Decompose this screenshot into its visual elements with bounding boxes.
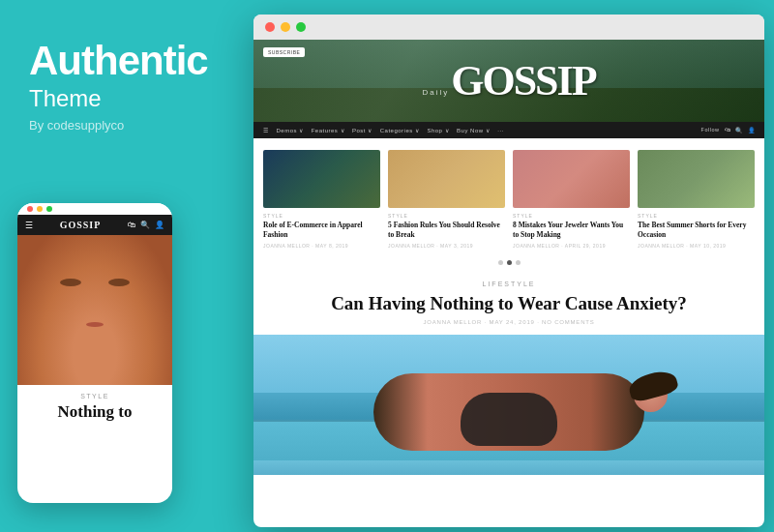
article-2-style: STYLE xyxy=(388,213,505,219)
mobile-bag-icon: 🛍 xyxy=(128,221,135,229)
article-2-meta: JOANNA MELLOR · MAY 3, 2019 xyxy=(388,243,505,249)
mobile-top-bar xyxy=(17,203,172,215)
featured-date: MAY 24, 2019 xyxy=(490,319,535,325)
article-thumb-3 xyxy=(513,150,630,208)
subscribe-button[interactable]: SUBSCRIBE xyxy=(263,47,305,57)
page-dot-1[interactable] xyxy=(498,260,503,265)
pool-tiles xyxy=(253,460,764,475)
mobile-nav-icons: 🛍 🔍 👤 xyxy=(128,221,164,229)
brand-by: By codesupplyco xyxy=(29,118,218,133)
browser-chrome xyxy=(253,15,764,40)
website-nav: ☰ Demos ∨ Features ∨ Post ∨ Categories ∨… xyxy=(253,122,764,138)
browser-dot-yellow xyxy=(281,22,290,32)
website-logo-area: SUBSCRIBE Daily GOSSIP xyxy=(253,40,764,122)
featured-category: LIFESTYLE xyxy=(273,281,745,287)
featured-title: Can Having Nothing to Wear Cause Anxiety… xyxy=(273,293,745,315)
nav-menu-icon: ☰ xyxy=(263,127,269,133)
brand-title: Authentic xyxy=(29,39,218,83)
article-3-style: STYLE xyxy=(513,213,630,219)
page-dot-3[interactable] xyxy=(516,260,521,265)
mobile-mockup: ☰ GOSSIP 🛍 🔍 👤 STYLE Nothing to xyxy=(17,203,172,503)
mobile-face-graphic xyxy=(17,235,172,385)
featured-author: JOANNA MELLOR xyxy=(423,319,482,325)
article-thumb-2 xyxy=(388,150,505,208)
article-card-3: STYLE 8 Mistakes Your Jeweler Wants You … xyxy=(513,150,630,249)
featured-swimsuit xyxy=(461,393,557,446)
article-3-meta: JOANNA MELLOR · APRIL 29, 2019 xyxy=(513,243,630,249)
article-1-meta: JOANNA MELLOR · MAY 8, 2019 xyxy=(263,243,380,249)
nav-demos[interactable]: Demos ∨ xyxy=(277,127,304,133)
article-4-meta: JOANNA MELLOR · MAY 10, 2019 xyxy=(638,243,755,249)
website-header: SUBSCRIBE Daily GOSSIP xyxy=(253,40,764,122)
article-3-title: 8 Mistakes Your Jeweler Wants You to Sto… xyxy=(513,221,630,240)
featured-section: LIFESTYLE Can Having Nothing to Wear Cau… xyxy=(253,273,764,336)
mobile-user-icon: 👤 xyxy=(155,221,164,229)
browser-dot-green xyxy=(296,22,306,32)
browser-window: SUBSCRIBE Daily GOSSIP ☰ Demos ∨ Feature… xyxy=(253,15,764,527)
nav-more: ··· xyxy=(497,128,504,133)
article-thumb-4 xyxy=(638,150,755,208)
nav-user-icon: 👤 xyxy=(748,127,756,133)
mobile-article-title: Nothing to xyxy=(27,402,163,422)
left-panel: Authentic Theme By codesupplyco ☰ GOSSIP… xyxy=(0,0,247,532)
article-1-title: Role of E-Commerce in Apparel Fashion xyxy=(263,221,380,240)
article-card-2: STYLE 5 Fashion Rules You Should Resolve… xyxy=(388,150,505,249)
nav-categories[interactable]: Categories ∨ xyxy=(380,127,420,133)
mobile-content-area: STYLE Nothing to xyxy=(17,385,172,429)
featured-comments: NO COMMENTS xyxy=(542,319,594,325)
mobile-search-icon: 🔍 xyxy=(140,221,150,229)
pagination-dots xyxy=(253,256,764,273)
mobile-style-tag: STYLE xyxy=(27,393,163,399)
mobile-nav-bar: ☰ GOSSIP 🛍 🔍 👤 xyxy=(17,215,172,235)
article-card-1: STYLE Role of E-Commerce in Apparel Fash… xyxy=(263,150,380,249)
mobile-hero-image xyxy=(17,235,172,385)
mobile-menu-icon: ☰ xyxy=(25,221,33,230)
website-logo: GOSSIP xyxy=(451,60,595,103)
article-4-title: The Best Summer Shorts for Every Occasio… xyxy=(638,221,755,240)
brand-subtitle: Theme xyxy=(29,85,218,112)
follow-button[interactable]: Follow xyxy=(701,127,720,133)
nav-post[interactable]: Post ∨ xyxy=(352,127,372,133)
nav-features[interactable]: Features ∨ xyxy=(312,127,344,133)
browser-dot-red xyxy=(265,22,275,32)
website-nav-right: Follow 🛍 🔍 👤 xyxy=(701,127,755,133)
nav-bag-icon: 🛍 xyxy=(725,127,731,133)
article-card-4: STYLE The Best Summer Shorts for Every O… xyxy=(638,150,755,249)
mobile-dot-yellow xyxy=(37,206,43,212)
website-daily-label: Daily xyxy=(422,88,449,97)
nav-search-icon: 🔍 xyxy=(735,127,743,133)
featured-meta: JOANNA MELLOR · MAY 24, 2019 · NO COMMEN… xyxy=(273,319,745,325)
article-4-style: STYLE xyxy=(638,213,755,219)
article-1-style: STYLE xyxy=(263,213,380,219)
featured-image xyxy=(253,335,764,475)
mobile-logo: GOSSIP xyxy=(60,220,102,230)
nav-buynow[interactable]: Buy Now ∨ xyxy=(457,127,490,133)
mobile-dot-green xyxy=(46,206,52,212)
nav-shop[interactable]: Shop ∨ xyxy=(427,127,449,133)
mobile-window-dots xyxy=(27,206,52,212)
page-dot-2[interactable] xyxy=(507,260,512,265)
article-thumb-1 xyxy=(263,150,380,208)
article-2-title: 5 Fashion Rules You Should Resolve to Br… xyxy=(388,221,505,240)
article-grid: STYLE Role of E-Commerce in Apparel Fash… xyxy=(253,138,764,256)
mobile-dot-red xyxy=(27,206,33,212)
